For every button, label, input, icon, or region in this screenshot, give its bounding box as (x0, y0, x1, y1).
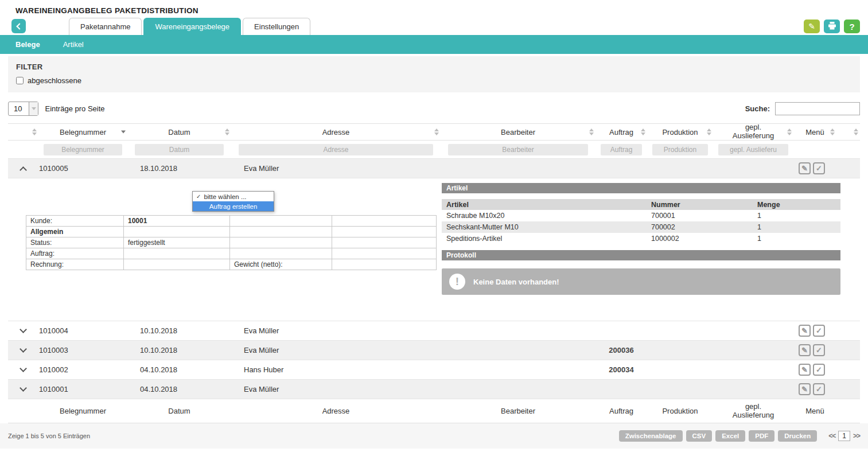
header-expand[interactable] (8, 124, 38, 140)
cell-bearbeiter (441, 380, 595, 399)
complete-check-icon[interactable]: ✓ (813, 325, 825, 337)
sort-icon (589, 128, 594, 135)
back-button[interactable] (11, 19, 26, 33)
collapse-row-button[interactable] (8, 159, 38, 178)
filter-gepl-auslieferung-input[interactable] (718, 144, 788, 155)
printer-icon (828, 22, 836, 32)
cell-menu: ✎ ✓ (793, 159, 836, 178)
check-icon: ✓ (196, 193, 201, 200)
exclamation-icon: ! (449, 274, 465, 290)
expand-row-button[interactable] (8, 341, 38, 360)
no-data-alert: ! Keine Daten vorhanden! (442, 268, 840, 295)
search-input[interactable] (775, 102, 860, 115)
help-button[interactable]: ? (844, 20, 860, 33)
tab-wareneingangsbelege[interactable]: Wareneingangsbelege (143, 18, 241, 35)
cell-belegnummer: 1010002 (38, 360, 127, 379)
cell-produktion (647, 380, 713, 399)
pencil-icon: ✎ (808, 22, 815, 31)
column-filter-row (8, 141, 860, 159)
pdf-button[interactable]: PDF (749, 430, 774, 442)
header-end[interactable] (836, 124, 860, 140)
cell-adresse: Eva Müller (231, 321, 441, 340)
cell-menu: ✎ ✓ (793, 341, 836, 360)
edit-icon[interactable]: ✎ (799, 325, 811, 337)
filter-belegnummer-input[interactable] (44, 144, 122, 155)
edit-icon[interactable]: ✎ (799, 364, 811, 376)
sort-icon (787, 128, 792, 135)
beleg-info-table: Kunde: 10001 Allgemein Status: fertigges… (26, 215, 437, 270)
table-footer-row: Belegnummer Datum Adresse Bearbeiter Auf… (8, 399, 860, 423)
header-adresse[interactable]: Adresse (231, 124, 441, 140)
header-auftrag[interactable]: Auftrag (595, 124, 647, 140)
header-datum[interactable]: Datum (127, 124, 231, 140)
filter-datum-input[interactable] (135, 144, 224, 155)
edit-icon[interactable]: ✎ (799, 344, 811, 356)
page-title: WAREINEINGANGBELEG PAKETDISTRIBUTION (0, 0, 868, 18)
prev-page-button[interactable]: << (828, 432, 835, 440)
header-produktion[interactable]: Produktion (647, 124, 713, 140)
current-page-button[interactable]: 1 (838, 431, 850, 441)
cell-adresse: Eva Müller (231, 380, 441, 399)
sort-icon (707, 128, 711, 135)
toolbar: ✎ ? (804, 20, 860, 33)
expand-row-button[interactable] (8, 360, 38, 379)
kunde-value: 10001 (124, 216, 230, 227)
complete-check-icon[interactable]: ✓ (813, 344, 825, 356)
table-header-row: Belegnummer Datum Adresse Bearbeiter Auf… (8, 123, 860, 141)
abgeschlossene-checkbox[interactable] (16, 77, 24, 84)
chevron-down-icon (29, 102, 38, 115)
cell-auftrag: 200036 (595, 341, 647, 360)
filter-adresse-input[interactable] (239, 144, 433, 155)
filter-produktion-input[interactable] (652, 144, 708, 155)
subnav-item-belege[interactable]: Belege (15, 40, 40, 49)
page-size-select[interactable]: 10 (8, 102, 38, 116)
excel-button[interactable]: Excel (715, 430, 745, 442)
subnav-item-artikel[interactable]: Artikel (63, 40, 84, 49)
filter-bearbeiter-input[interactable] (448, 144, 588, 155)
cell-produktion (647, 159, 713, 178)
info-row-kunde: Kunde: 10001 (26, 216, 437, 227)
cell-datum: 10.10.2018 (127, 341, 231, 360)
table-row: 1010001 04.10.2018 Eva Müller ✎ ✓ (8, 380, 860, 399)
complete-check-icon[interactable]: ✓ (813, 162, 825, 174)
cell-belegnummer: 1010001 (38, 380, 127, 399)
expand-row-button[interactable] (8, 380, 38, 399)
dropdown-option-bitte-waehlen[interactable]: ✓ bitte wählen ... (193, 192, 274, 201)
cell-adresse: Eva Müller (231, 341, 441, 360)
cell-belegnummer: 1010005 (38, 159, 127, 178)
edit-icon[interactable]: ✎ (799, 383, 811, 395)
cell-datum: 18.10.2018 (127, 159, 231, 178)
sort-icon (641, 128, 645, 135)
export-controls: Zwischenablage CSV Excel PDF Drucken << … (619, 430, 860, 442)
edit-button[interactable]: ✎ (804, 20, 820, 33)
expand-row-button[interactable] (8, 321, 38, 340)
header-belegnummer[interactable]: Belegnummer (38, 124, 127, 140)
artikel-row: Schraube M10x20 700001 1 (442, 210, 840, 221)
chevron-down-icon (20, 365, 27, 372)
table-row: 1010005 18.10.2018 Eva Müller ✎ ✓ (8, 159, 860, 178)
filter-auftrag-input[interactable] (601, 144, 642, 155)
zwischenablage-button[interactable]: Zwischenablage (619, 430, 683, 442)
header-menu[interactable]: Menü (793, 124, 836, 140)
footer-produktion: Produktion (647, 399, 713, 423)
drucken-button[interactable]: Drucken (778, 430, 817, 442)
complete-check-icon[interactable]: ✓ (813, 383, 825, 395)
status-label: Status: (26, 237, 124, 248)
artikel-row: Sechskant-Mutter M10 700002 1 (442, 221, 840, 233)
tab-paketannahme[interactable]: Paketannahme (69, 18, 142, 35)
complete-check-icon[interactable]: ✓ (813, 364, 825, 376)
csv-button[interactable]: CSV (686, 430, 713, 442)
cell-auftrag (595, 159, 647, 178)
cell-menu: ✎ ✓ (793, 380, 836, 399)
print-button[interactable] (824, 20, 840, 33)
chevron-down-icon (20, 345, 27, 353)
filter-panel: FILTER abgeschlossene (8, 56, 860, 92)
header-bearbeiter[interactable]: Bearbeiter (441, 124, 595, 140)
tab-einstellungen[interactable]: Einstellungen (243, 18, 310, 35)
pagination: << 1 >> (828, 431, 860, 441)
next-page-button[interactable]: >> (853, 432, 860, 440)
edit-icon[interactable]: ✎ (799, 162, 811, 174)
dropdown-option-auftrag-erstellen[interactable]: Auftrag erstellen (193, 201, 274, 211)
cell-gepl-auslieferung (713, 380, 793, 399)
header-gepl-auslieferung[interactable]: gepl. Auslieferung (713, 124, 793, 140)
